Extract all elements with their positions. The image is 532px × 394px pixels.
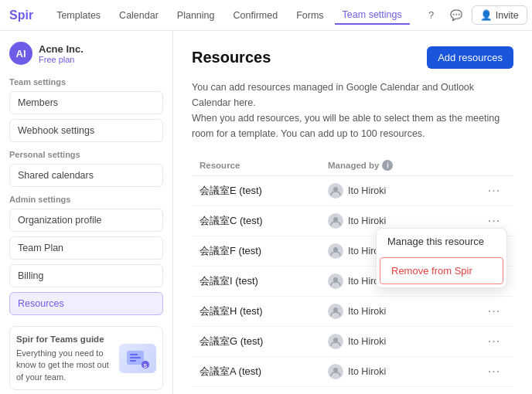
managed-avatar — [328, 334, 343, 349]
guide-image: S — [119, 344, 156, 373]
managed-by: Ito Hiroki — [328, 213, 483, 229]
sidebar-avatar: AI — [9, 42, 32, 65]
resources-table: Resource Managed by i 会議室E (test) Ito Hi… — [192, 155, 513, 394]
svg-point-12 — [333, 368, 338, 372]
table-row: 会議室H (test) Ito Hiroki ··· — [192, 297, 513, 327]
svg-rect-3 — [130, 360, 136, 362]
svg-point-10 — [333, 307, 338, 312]
nav-confirmed[interactable]: Confirmed — [226, 7, 286, 24]
manage-resource-item[interactable]: Manage this resource — [377, 229, 506, 254]
sidebar-user: AI Acne Inc. Free plan — [9, 42, 163, 65]
invite-icon: 👤 — [480, 9, 493, 21]
sidebar-item-org-profile[interactable]: Organization profile — [9, 209, 163, 232]
topnav-right: ? 💬 👤 Invite AI Acne Inc ▾ — [422, 2, 532, 29]
table-row: 会議室C (test) Ito Hiroki ··· Manage this r… — [192, 206, 513, 236]
personal-settings-title: Personal settings — [9, 150, 163, 159]
resource-name: 会議室C (test) — [200, 214, 328, 228]
add-resources-button[interactable]: Add resources — [427, 46, 513, 69]
invite-label: Invite — [496, 10, 519, 21]
svg-rect-1 — [130, 354, 138, 355]
nav-items: Templates Calendar Planning Confirmed Fo… — [49, 6, 410, 25]
managed-by: Ito Hiroki — [328, 364, 483, 379]
nav-calendar[interactable]: Calendar — [111, 7, 166, 24]
managed-by: Ito Hiroki — [328, 183, 483, 199]
managed-by: Ito Hiroki — [328, 304, 483, 319]
resource-name: 会議室F (test) — [200, 244, 328, 258]
admin-settings-title: Admin settings — [9, 195, 163, 204]
row-actions-button[interactable]: ··· — [483, 335, 506, 348]
sidebar-admin-section: Admin settings Organization profile Team… — [9, 195, 163, 315]
main-header: Resources Add resources — [192, 46, 513, 69]
chat-icon[interactable]: 💬 — [447, 5, 466, 26]
svg-point-8 — [333, 247, 338, 252]
table-row: 会議室E (test) Ito Hiroki ··· — [192, 176, 513, 206]
sidebar-guide[interactable]: Spir for Teams guide Everything you need… — [9, 326, 163, 390]
svg-point-6 — [333, 187, 338, 192]
actions-dropdown: Manage this resource Remove from Spir — [376, 228, 507, 288]
col-resource-header: Resource — [200, 161, 328, 170]
nav-team-settings[interactable]: Team settings — [335, 6, 410, 25]
row-actions-button[interactable]: ··· — [483, 304, 506, 318]
remove-resource-item[interactable]: Remove from Spir — [380, 257, 503, 284]
team-settings-title: Team settings — [9, 77, 163, 87]
table-row: 会議室G (test) Ito Hiroki ··· — [192, 327, 513, 357]
brand-logo: Spir — [9, 8, 33, 22]
managed-by: Ito Hiroki — [328, 334, 483, 349]
managed-avatar — [328, 213, 343, 229]
row-actions-button[interactable]: ··· — [483, 365, 506, 379]
svg-point-9 — [333, 277, 338, 282]
table-row: 会議室J (test) Ito Hiroki ··· — [192, 387, 513, 394]
guide-desc: Everything you need to know to get the m… — [16, 348, 113, 383]
help-icon[interactable]: ? — [422, 5, 441, 26]
main-content: Resources Add resources You can add reso… — [173, 31, 532, 394]
row-actions-button[interactable]: ··· — [483, 184, 506, 198]
table-row: 会議室A (test) Ito Hiroki ··· — [192, 357, 513, 387]
sidebar-item-resources[interactable]: Resources — [9, 292, 163, 315]
resource-name: 会議室I (test) — [200, 274, 328, 288]
invite-button[interactable]: 👤 Invite — [472, 5, 527, 25]
row-actions-button[interactable]: ··· — [483, 214, 506, 228]
sidebar-username: Acne Inc. — [39, 43, 84, 55]
page-title: Resources — [192, 49, 271, 66]
col-managed-header: Managed by i — [328, 160, 483, 171]
top-nav: Spir Templates Calendar Planning Confirm… — [0, 0, 532, 31]
svg-point-11 — [333, 338, 338, 342]
managed-avatar — [328, 183, 343, 199]
svg-rect-2 — [130, 357, 141, 358]
sidebar-personal-section: Personal settings Shared calendars — [9, 150, 163, 187]
nav-forms[interactable]: Forms — [288, 7, 331, 24]
layout: AI Acne Inc. Free plan Team settings Mem… — [0, 31, 532, 394]
sidebar-item-team-plan[interactable]: Team Plan — [9, 236, 163, 260]
main-description: You can add resources managed in Google … — [192, 80, 513, 141]
svg-text:S: S — [144, 363, 148, 369]
sidebar-team-section: Team settings Members Webhook settings — [9, 77, 163, 142]
resource-name: 会議室G (test) — [200, 335, 328, 348]
svg-point-7 — [333, 217, 338, 222]
resource-name: 会議室E (test) — [200, 184, 328, 198]
managed-avatar — [328, 273, 343, 289]
sidebar-item-billing[interactable]: Billing — [9, 264, 163, 287]
nav-planning[interactable]: Planning — [169, 7, 223, 24]
resource-name: 会議室A (test) — [200, 365, 328, 379]
nav-templates[interactable]: Templates — [49, 7, 108, 24]
sidebar-item-members[interactable]: Members — [9, 91, 163, 114]
table-header: Resource Managed by i — [192, 155, 513, 176]
guide-title: Spir for Teams guide — [16, 333, 113, 345]
managed-avatar — [328, 304, 343, 319]
sidebar: AI Acne Inc. Free plan Team settings Mem… — [0, 31, 173, 394]
sidebar-plan: Free plan — [39, 55, 84, 64]
managed-avatar — [328, 243, 343, 259]
resource-name: 会議室H (test) — [200, 304, 328, 318]
info-icon[interactable]: i — [382, 160, 393, 171]
sidebar-item-webhook[interactable]: Webhook settings — [9, 119, 163, 142]
sidebar-item-shared-calendars[interactable]: Shared calendars — [9, 164, 163, 187]
managed-avatar — [328, 364, 343, 379]
